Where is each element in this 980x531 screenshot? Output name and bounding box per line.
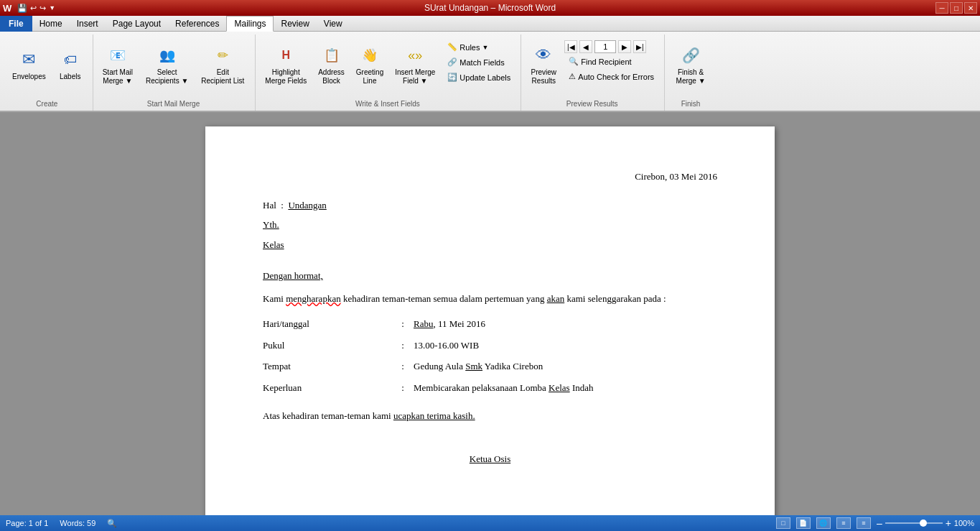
zoom-level: 100% bbox=[954, 519, 974, 527]
rules-label: Rules bbox=[459, 43, 480, 52]
select-recipients-icon: 👥 bbox=[156, 44, 179, 67]
window-controls: ─ □ ✕ bbox=[935, 2, 977, 14]
start-mail-merge-group: 📧 Start MailMerge ▼ 👥 SelectRecipients ▼… bbox=[95, 34, 256, 111]
word-icon: W bbox=[3, 3, 11, 14]
record-number-input[interactable] bbox=[594, 40, 616, 53]
row-tempat: Tempat : Gedung Aula Smk Yadika Cirebon bbox=[263, 359, 717, 374]
insert-menu[interactable]: Insert bbox=[70, 16, 106, 32]
row-pukul: Pukul : 13.00-16.00 WIB bbox=[263, 338, 717, 353]
finish-group-label: Finish bbox=[665, 100, 717, 108]
start-mail-merge-label: Start MailMerge ▼ bbox=[103, 68, 133, 86]
references-menu[interactable]: References bbox=[168, 16, 226, 32]
row-hari-label: Hari/tanggal bbox=[263, 317, 392, 331]
date-text: Cirebon, 03 Mei 2016 bbox=[635, 171, 717, 182]
review-menu[interactable]: Review bbox=[274, 16, 316, 32]
start-mail-merge-button[interactable]: 📧 Start MailMerge ▼ bbox=[98, 37, 138, 92]
select-recipients-button[interactable]: 👥 SelectRecipients ▼ bbox=[141, 37, 193, 92]
start-mail-merge-group-label: Start Mail Merge bbox=[93, 100, 254, 108]
find-recipient-label: Find Recipient bbox=[581, 57, 631, 66]
nav-last-button[interactable]: ▶| bbox=[633, 40, 646, 53]
address-block-button[interactable]: 📋 AddressBlock bbox=[313, 37, 350, 92]
zoom-controls: – + 100% bbox=[877, 517, 974, 529]
nav-next-button[interactable]: ▶ bbox=[618, 40, 631, 53]
finish-merge-icon: 🔗 bbox=[679, 44, 702, 67]
insert-merge-icon: «» bbox=[403, 44, 426, 67]
auto-check-icon: ⚠ bbox=[569, 72, 576, 81]
greeting-icon: 👋 bbox=[358, 44, 381, 67]
yth-text: Yth. bbox=[263, 219, 279, 230]
web-layout-btn[interactable]: 🌐 bbox=[816, 517, 831, 529]
rules-button[interactable]: 📏 Rules ▼ bbox=[443, 40, 515, 54]
file-menu[interactable]: File bbox=[0, 16, 32, 32]
row-pukul-value: 13.00-16.00 WIB bbox=[414, 338, 717, 353]
page-layout-menu[interactable]: Page Layout bbox=[106, 16, 168, 32]
customize-icon[interactable]: ▼ bbox=[49, 4, 55, 11]
row-hari-sep: : bbox=[392, 317, 414, 331]
zoom-slider[interactable] bbox=[885, 522, 943, 524]
redo-icon[interactable]: ↪ bbox=[39, 4, 46, 13]
nav-first-button[interactable]: |◀ bbox=[564, 40, 577, 53]
zoom-thumb[interactable] bbox=[920, 520, 927, 527]
rules-icon: 📏 bbox=[447, 42, 457, 52]
update-labels-button[interactable]: 🔄 Update Labels bbox=[443, 70, 515, 84]
restore-button[interactable]: □ bbox=[950, 2, 963, 14]
row-pukul-sep: : bbox=[392, 338, 414, 353]
start-merge-icon: 📧 bbox=[106, 44, 129, 67]
envelope-icon: ✉ bbox=[17, 48, 40, 71]
quick-access-toolbar: W 💾 ↩ ↪ ▼ bbox=[3, 3, 55, 14]
labels-icon: 🏷 bbox=[59, 48, 82, 71]
highlight-merge-fields-button[interactable]: H HighlightMerge Fields bbox=[260, 37, 312, 92]
write-insert-fields-group: H HighlightMerge Fields 📋 AddressBlock 👋… bbox=[257, 34, 521, 111]
full-reading-btn[interactable]: 📄 bbox=[796, 517, 811, 529]
edit-recipient-list-label: EditRecipient List bbox=[201, 68, 244, 86]
closing-sentence: Atas kehadiran teman-teman kami ucapkan … bbox=[263, 410, 475, 421]
home-menu[interactable]: Home bbox=[32, 16, 70, 32]
labels-label: Labels bbox=[60, 73, 80, 81]
draft-btn[interactable]: ≡ bbox=[857, 517, 871, 529]
greeting-line-button[interactable]: 👋 GreetingLine bbox=[351, 37, 388, 92]
envelopes-button[interactable]: ✉ Envelopes bbox=[7, 37, 51, 92]
nav-prev-button[interactable]: ◀ bbox=[579, 40, 592, 53]
yth-field: Yth. bbox=[263, 218, 717, 232]
print-layout-btn[interactable]: □ bbox=[776, 517, 790, 529]
highlight-icon: H bbox=[274, 44, 297, 67]
match-fields-label: Match Fields bbox=[459, 58, 504, 67]
mailings-menu[interactable]: Mailings bbox=[226, 16, 274, 32]
row-hari-value: Rabu, 11 Mei 2016 bbox=[414, 317, 717, 331]
date-line: Cirebon, 03 Mei 2016 bbox=[263, 170, 717, 184]
salam-field: Dengan hormat, bbox=[263, 269, 717, 283]
update-labels-label: Update Labels bbox=[459, 73, 510, 82]
create-group-label: Create bbox=[3, 100, 91, 108]
labels-button[interactable]: 🏷 Labels bbox=[54, 37, 87, 92]
finish-merge-label: Finish &Merge ▼ bbox=[676, 68, 706, 86]
minimize-button[interactable]: ─ bbox=[935, 2, 948, 14]
undo-icon[interactable]: ↩ bbox=[30, 4, 37, 13]
match-fields-button[interactable]: 🔗 Match Fields bbox=[443, 55, 515, 69]
outline-btn[interactable]: ≡ bbox=[836, 517, 851, 529]
zoom-plus-btn[interactable]: + bbox=[946, 517, 951, 529]
find-recipient-button[interactable]: 🔍 Find Recipient bbox=[564, 55, 658, 68]
address-icon: 📋 bbox=[320, 44, 343, 67]
nav-row: |◀ ◀ ▶ ▶| bbox=[564, 40, 658, 53]
zoom-minus-btn[interactable]: – bbox=[877, 517, 882, 529]
edit-recipient-list-button[interactable]: ✏ EditRecipient List bbox=[196, 37, 249, 92]
signature-text: Ketua Osis bbox=[470, 453, 510, 464]
finish-merge-button[interactable]: 🔗 Finish &Merge ▼ bbox=[669, 37, 712, 92]
insert-merge-field-button[interactable]: «» Insert MergeField ▼ bbox=[390, 37, 440, 92]
hal-label: Hal bbox=[263, 200, 276, 211]
view-menu[interactable]: View bbox=[317, 16, 350, 32]
salam-text: Dengan hormat, bbox=[263, 270, 323, 281]
window-title: SUrat Undangan – Microsoft Word bbox=[424, 3, 556, 13]
highlight-merge-fields-label: HighlightMerge Fields bbox=[265, 68, 307, 86]
auto-check-errors-button[interactable]: ⚠ Auto Check for Errors bbox=[564, 70, 658, 83]
save-icon[interactable]: 💾 bbox=[17, 4, 27, 13]
row-tempat-value: Gedung Aula Smk Yadika Cirebon bbox=[414, 359, 717, 374]
page-count: Page: 1 of 1 bbox=[6, 519, 48, 527]
update-labels-icon: 🔄 bbox=[447, 73, 457, 82]
greeting-line-label: GreetingLine bbox=[356, 68, 383, 86]
preview-results-button[interactable]: 👁 PreviewResults bbox=[526, 37, 561, 92]
close-button[interactable]: ✕ bbox=[964, 2, 977, 14]
document-area: Cirebon, 03 Mei 2016 Hal : Undangan Yth.… bbox=[0, 112, 980, 515]
row-keperluan: Keperluan : Membicarakan pelaksanaan Lom… bbox=[263, 381, 717, 395]
preview-results-group: 👁 PreviewResults |◀ ◀ ▶ ▶| 🔍 Find Recipi… bbox=[523, 34, 665, 111]
